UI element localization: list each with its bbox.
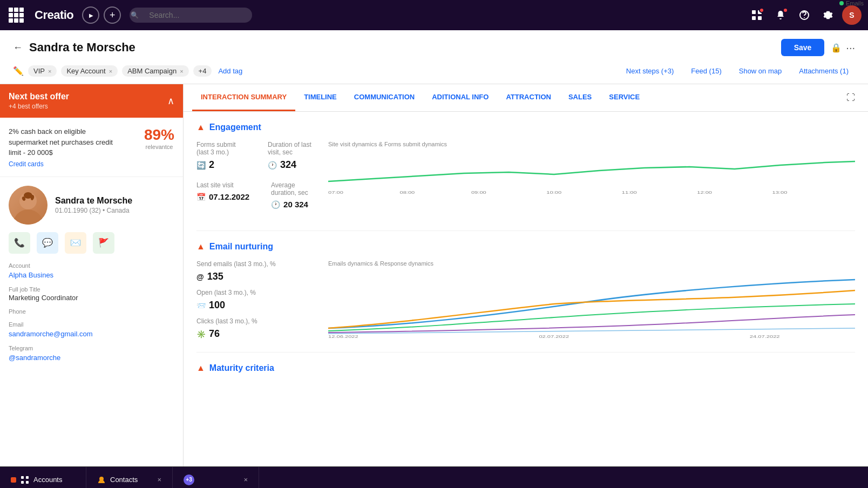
svg-text:07:00: 07:00	[328, 190, 344, 195]
tab-additional-info[interactable]: ADITIONAL INFO	[423, 84, 497, 111]
svg-point-5	[13, 209, 43, 225]
right-content: INTERACTION SUMMARY TIMELINE COMMUNICATI…	[184, 84, 868, 466]
email-nurturing-title: Email nurturing	[209, 242, 273, 252]
last-visit-metric: Last site visit 📅 07.12.2022	[196, 181, 249, 209]
tab-service[interactable]: SERVICE	[600, 84, 648, 111]
settings-button[interactable]	[818, 5, 838, 25]
job-title-field: Full job Title Marketing Coordinator	[9, 286, 174, 302]
user-avatar[interactable]: S	[842, 5, 862, 25]
avatar-image	[9, 186, 48, 225]
svg-text:24.07.2022: 24.07.2022	[750, 334, 780, 339]
grid-icon	[9, 8, 24, 23]
engagement-chart: 07:00 08:00 09:00 10:00 11:00 12:00 13:0…	[328, 152, 855, 195]
tag-remove-icon[interactable]: ×	[48, 68, 51, 74]
taskbar-badge-item[interactable]: +3 ×	[173, 467, 259, 488]
forms-icon: 🔄	[196, 161, 206, 170]
tag-more[interactable]: +4	[193, 65, 212, 77]
nbo-offer-card: 2% cash back on eligible supermarket net…	[0, 118, 183, 177]
email-nurturing-header: ▲ Email nurturing	[196, 242, 855, 252]
taskbar: Accounts Contacts × +3 ×	[0, 466, 868, 488]
metrics-row-1: Forms submit (last 3 mo.) 🔄 2 Duration o…	[196, 141, 315, 171]
feed-action[interactable]: Feed (15)	[684, 65, 728, 77]
contacts-icon	[97, 476, 106, 484]
taskbar-accounts[interactable]: Accounts	[0, 467, 86, 488]
tag-remove-icon[interactable]: ×	[109, 68, 112, 74]
more-button[interactable]: ···	[846, 42, 855, 54]
tabs-bar: INTERACTION SUMMARY TIMELINE COMMUNICATI…	[184, 84, 868, 112]
telegram-value[interactable]: @sandramorche	[9, 354, 60, 362]
account-field: Account Alpha Busines	[9, 262, 174, 280]
tag-remove-icon[interactable]: ×	[180, 68, 183, 74]
help-button[interactable]	[795, 5, 814, 25]
email-value[interactable]: sandramorche@gmail.com	[9, 330, 93, 338]
nbo-subtitle: +4 best offers	[9, 103, 69, 110]
telegram-label: Telegram	[9, 345, 174, 351]
expand-button[interactable]: ⛶	[842, 84, 859, 111]
profile-card: Sandra te Morsche 01.01.1990 (32) • Cana…	[0, 177, 183, 377]
email-chart-area: Emails dynamics & Response dynamics Emai…	[328, 260, 855, 341]
avg-clock-icon: 🕐	[271, 200, 280, 209]
chat-button[interactable]: 💬	[37, 232, 58, 254]
nbo-panel[interactable]: Next best offer +4 best offers ∧	[0, 84, 183, 118]
tab-sales[interactable]: SALES	[560, 84, 600, 111]
taskbar-badge-close[interactable]: ×	[243, 476, 248, 484]
clicks-value: ✳️ 76	[196, 328, 315, 340]
avg-duration-metric: Average duration, sec 🕐 20 324	[271, 181, 315, 209]
svg-text:10:00: 10:00	[546, 190, 562, 195]
taskbar-accounts-label: Accounts	[33, 476, 62, 484]
tab-attraction[interactable]: ATTRACTION	[497, 84, 560, 111]
show-on-map-action[interactable]: Show on map	[733, 65, 789, 77]
clock-icon: 🕐	[268, 161, 277, 170]
profile-avatar	[9, 186, 48, 225]
save-button[interactable]: Save	[781, 39, 825, 56]
tab-interaction-summary[interactable]: INTERACTION SUMMARY	[192, 84, 295, 111]
accounts-grid-icon	[21, 476, 29, 484]
account-value[interactable]: Alpha Busines	[9, 271, 53, 279]
open-emails-metric: Open (last 3 mo.), % 📨 100	[196, 289, 315, 311]
add-tag-button[interactable]: Add tag	[218, 67, 242, 75]
lock-button[interactable]: 🔒	[831, 43, 842, 53]
flag-button[interactable]: 🚩	[93, 232, 114, 254]
back-button[interactable]: ←	[13, 42, 23, 53]
job-title-label: Full job Title	[9, 286, 174, 293]
next-steps-action[interactable]: Next steps (+3)	[620, 65, 681, 77]
forms-metric: Forms submit (last 3 mo.) 🔄 2	[196, 141, 246, 171]
left-sidebar: Next best offer +4 best offers ∧ 2% cash…	[0, 84, 184, 466]
section-divider-2	[196, 352, 855, 353]
notifications-button[interactable]	[771, 5, 790, 25]
tag-vip[interactable]: VIP ×	[28, 65, 57, 77]
forms-label: Forms submit (last 3 mo.)	[196, 141, 246, 156]
taskbar-contacts-close[interactable]: ×	[157, 476, 161, 484]
last-visit-value: 📅 07.12.2022	[196, 192, 249, 201]
email-button[interactable]: ✉️	[65, 232, 86, 254]
tag-edit-icon[interactable]: ✏️	[13, 66, 24, 76]
tag-label: VIP	[33, 67, 45, 75]
taskbar-contacts[interactable]: Contacts ×	[86, 467, 173, 488]
email-field: Email sandramorche@gmail.com	[9, 321, 174, 338]
email-nurturing-icon: ▲	[196, 242, 205, 252]
svg-text:09:00: 09:00	[471, 190, 487, 195]
svg-text:12:00: 12:00	[697, 190, 713, 195]
svg-rect-0	[752, 10, 756, 14]
search-input[interactable]	[130, 8, 252, 23]
tag-key-account[interactable]: Key Account ×	[61, 65, 118, 77]
engagement-content: Forms submit (last 3 mo.) 🔄 2 Duration o…	[196, 141, 855, 220]
play-button[interactable]	[82, 6, 99, 24]
phone-button[interactable]: 📞	[9, 232, 30, 254]
add-button[interactable]: +	[104, 6, 121, 24]
top-navigation: Creatio + S	[0, 0, 868, 30]
nbo-title: Next best offer	[9, 92, 69, 101]
svg-rect-3	[758, 16, 762, 20]
maturity-icon: ▲	[196, 363, 205, 373]
attachments-action[interactable]: Attachments (1)	[792, 65, 855, 77]
tab-timeline[interactable]: TIMELINE	[295, 84, 345, 111]
nbo-offer-link[interactable]: Credit cards	[9, 160, 117, 168]
nbo-percent: 89%	[144, 126, 174, 144]
svg-rect-2	[752, 16, 756, 20]
svg-rect-20	[21, 476, 24, 479]
apps-button[interactable]	[6, 5, 26, 25]
email-label: Email	[9, 321, 174, 328]
tab-communication[interactable]: COMMUNICATION	[345, 84, 423, 111]
modules-button[interactable]	[747, 5, 767, 25]
tag-abm-campaign[interactable]: ABM Campaign ×	[122, 65, 188, 77]
